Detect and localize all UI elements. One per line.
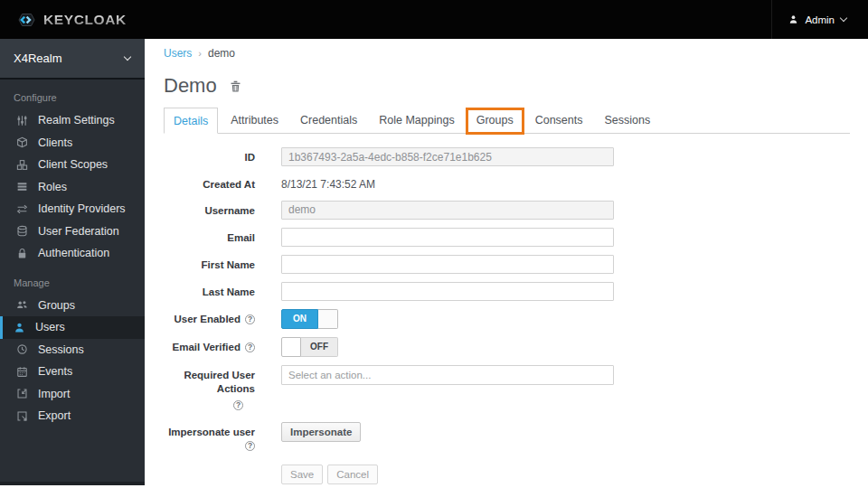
field-label-required-user-actions: Required User Actions?: [164, 365, 255, 410]
first-name-input[interactable]: [281, 255, 614, 274]
username-input[interactable]: [281, 201, 614, 220]
user-enabled-toggle[interactable]: ON: [281, 309, 338, 329]
tab-attributes[interactable]: Attributes: [222, 108, 288, 134]
form-row-impersonate-user: Impersonate user?Impersonate: [164, 422, 850, 454]
delete-user-trash-icon[interactable]: [229, 80, 242, 93]
created-at-value: 8/13/21 7:43:52 AM: [281, 174, 375, 191]
user-icon: [14, 322, 28, 333]
user-details-form: IDCreated At8/13/21 7:43:52 AMUsernameEm…: [164, 147, 850, 454]
cancel-button[interactable]: Cancel: [327, 465, 378, 484]
last-name-input[interactable]: [281, 282, 614, 301]
help-icon[interactable]: ?: [245, 441, 255, 451]
person-icon: [788, 14, 798, 24]
impersonate-button[interactable]: Impersonate: [281, 422, 361, 442]
form-row-created-at: Created At8/13/21 7:43:52 AM: [164, 174, 850, 192]
field-control-required-user-actions: [281, 365, 614, 410]
sidebar-item-clients[interactable]: Clients: [0, 132, 145, 155]
calendar-icon: [16, 366, 31, 378]
field-label-text: Email Verified: [173, 342, 241, 352]
chevron-down-icon: [840, 14, 847, 21]
field-control-username: [281, 201, 614, 220]
field-label-text: Required User Actions: [184, 370, 255, 395]
sidebar-item-label: Authentication: [38, 247, 109, 259]
field-label-created-at: Created At: [164, 174, 255, 192]
tab-label: Sessions: [604, 114, 650, 127]
sidebar-item-groups[interactable]: Groups: [0, 295, 145, 317]
field-control-impersonate-user: Impersonate: [281, 422, 361, 454]
tab-consents[interactable]: Consents: [526, 108, 592, 134]
sidebar-item-sessions[interactable]: Sessions: [0, 339, 145, 361]
form-row-first-name: First Name: [164, 255, 850, 274]
field-label-text: Last Name: [203, 286, 255, 297]
tab-bar: DetailsAttributesCredentialsRole Mapping…: [164, 108, 850, 134]
sidebar-item-label: Client Scopes: [38, 158, 108, 171]
field-label-text: ID: [245, 152, 256, 163]
field-control-email: [281, 228, 614, 247]
realm-selector[interactable]: X4Realm: [0, 39, 145, 80]
sidebar-item-export[interactable]: Export: [0, 405, 145, 427]
form-row-id: ID: [164, 147, 850, 166]
admin-user-menu[interactable]: Admin: [771, 0, 868, 39]
tab-label: Attributes: [231, 114, 278, 127]
top-bar: KEYCLOAK Admin: [0, 0, 868, 39]
group-icon: [16, 299, 31, 311]
breadcrumb-current: demo: [208, 47, 235, 60]
field-control-id: [281, 147, 614, 166]
exchange-icon: [16, 203, 31, 215]
sidebar-item-client-scopes[interactable]: Client Scopes: [0, 154, 145, 176]
sidebar-item-label: Groups: [38, 299, 75, 312]
field-label-text: Email: [227, 232, 255, 243]
sidebar-item-realm-settings[interactable]: Realm Settings: [0, 109, 145, 132]
tab-label: Groups: [476, 114, 514, 127]
required-user-actions-select[interactable]: [281, 365, 614, 385]
breadcrumb-link-users[interactable]: Users: [164, 47, 192, 60]
field-label-email: Email: [164, 228, 255, 247]
tab-label: Details: [174, 115, 208, 127]
help-icon[interactable]: ?: [245, 314, 255, 324]
save-button[interactable]: Save: [281, 465, 323, 484]
form-row-email: Email: [164, 228, 850, 247]
sidebar-item-identity-providers[interactable]: Identity Providers: [0, 198, 145, 221]
tab-label: Consents: [535, 114, 583, 127]
realm-name: X4Realm: [14, 52, 61, 65]
sidebar-item-users[interactable]: Users: [0, 316, 145, 339]
list-icon: [16, 181, 31, 192]
field-control-first-name: [281, 255, 614, 274]
sidebar-item-roles[interactable]: Roles: [0, 176, 145, 199]
sidebar-item-events[interactable]: Events: [0, 361, 145, 383]
clock-icon: [16, 343, 31, 355]
email-verified-toggle[interactable]: OFF: [281, 337, 338, 357]
field-label-text: Created At: [203, 179, 255, 190]
sidebar-item-import[interactable]: Import: [0, 383, 145, 406]
field-label-text: First Name: [202, 259, 255, 270]
form-row-username: Username: [164, 201, 850, 220]
field-label-text: User Enabled: [175, 314, 241, 324]
page-title: Demo: [164, 74, 217, 98]
toggle-state-label: OFF: [301, 337, 338, 357]
tab-details[interactable]: Details: [164, 108, 218, 134]
cubes-icon: [16, 159, 31, 171]
field-label-text: Impersonate user: [168, 427, 255, 437]
id-input[interactable]: [281, 147, 614, 166]
tab-role-mappings[interactable]: Role Mappings: [370, 108, 463, 134]
help-icon[interactable]: ?: [233, 400, 243, 410]
tab-groups[interactable]: Groups: [467, 108, 523, 134]
sidebar-item-label: Import: [38, 388, 70, 400]
tab-credentials[interactable]: Credentials: [291, 108, 366, 134]
email-input[interactable]: [281, 228, 614, 247]
form-row-email-verified: Email Verified?OFF: [164, 337, 850, 357]
field-control-created-at: 8/13/21 7:43:52 AM: [281, 174, 375, 192]
form-actions: Save Cancel: [281, 465, 850, 484]
keycloak-logo-icon: [14, 8, 37, 32]
sidebar: X4Realm ConfigureRealm SettingsClientsCl…: [0, 39, 145, 485]
tab-label: Credentials: [300, 114, 357, 127]
keycloak-logo[interactable]: KEYCLOAK: [0, 8, 127, 32]
tab-sessions[interactable]: Sessions: [595, 108, 659, 134]
field-label-email-verified: Email Verified?: [164, 337, 255, 357]
form-row-last-name: Last Name: [164, 282, 850, 301]
sidebar-item-user-federation[interactable]: User Federation: [0, 221, 145, 243]
sidebar-item-authentication[interactable]: Authentication: [0, 242, 145, 265]
help-icon[interactable]: ?: [245, 343, 255, 352]
field-control-email-verified: OFF: [281, 337, 338, 357]
form-row-user-enabled: User Enabled?ON: [164, 309, 850, 329]
